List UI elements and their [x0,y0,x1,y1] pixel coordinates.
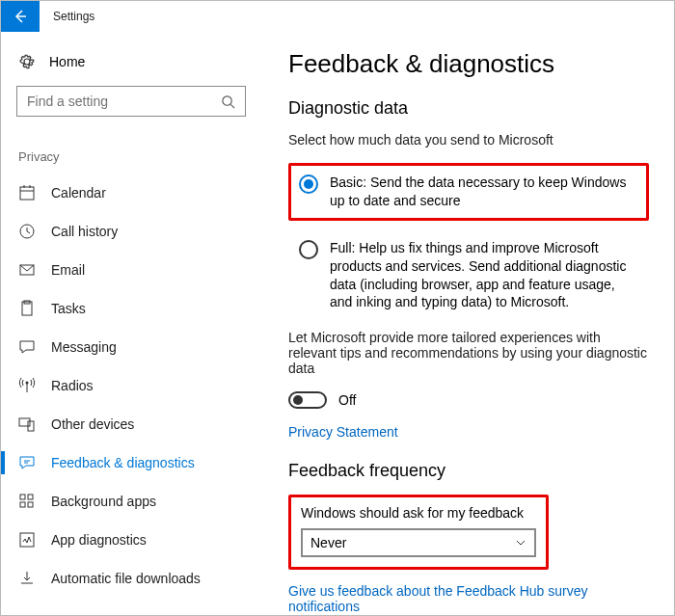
svg-rect-14 [28,495,33,499]
sidebar-item-automatic-file-downloads[interactable]: Automatic file downloads [1,559,261,598]
sidebar-item-background-apps[interactable]: Background apps [1,482,261,521]
sidebar-item-label: Other devices [51,416,134,432]
feedback-frequency-label: Windows should ask for my feedback [301,505,536,521]
search-icon [221,94,235,109]
feedback-frequency-highlight: Windows should ask for my feedback Never [288,495,549,570]
message-icon [18,338,36,356]
svg-rect-2 [20,187,34,200]
sidebar-item-label: Feedback & diagnostics [51,455,195,470]
sidebar-item-label: Call history [51,224,118,239]
page-title: Feedback & diagnostics [288,49,649,79]
clipboard-icon [18,300,36,317]
radio-basic[interactable]: Basic: Send the data necessary to keep W… [299,174,638,210]
home-nav[interactable]: Home [16,49,246,86]
sidebar-item-label: Radios [51,378,94,393]
mail-icon [18,261,36,279]
toggle-state-label: Off [338,392,356,408]
sidebar-item-label: Messaging [51,339,117,355]
radio-full-wrap: Full: Help us fix things and improve Mic… [288,228,649,323]
arrow-left-icon [13,9,28,24]
feedback-frequency-combo[interactable]: Never [301,528,536,557]
sidebar-item-label: Email [51,262,85,278]
search-placeholder: Find a setting [27,94,108,109]
svg-line-1 [230,104,234,108]
feedback-hub-link[interactable]: Give us feedback about the Feedback Hub … [288,583,649,614]
radio-basic-highlight: Basic: Send the data necessary to keep W… [288,163,649,221]
radio-full[interactable]: Full: Help us fix things and improve Mic… [299,239,638,312]
sidebar-item-calendar[interactable]: Calendar [1,174,261,212]
svg-rect-16 [28,502,33,507]
sidebar-item-label: Background apps [51,494,156,509]
sidebar-item-email[interactable]: Email [1,251,261,289]
svg-point-0 [223,95,231,104]
diagnostics-icon [18,531,36,549]
sidebar: Home Find a setting Privacy Calendar Cal… [1,32,261,615]
sidebar-item-label: App diagnostics [51,532,147,548]
combo-value: Never [310,535,346,550]
gear-icon [18,53,36,70]
diagnostic-intro: Select how much data you send to Microso… [288,132,649,147]
tailored-text: Let Microsoft provide more tailored expe… [288,330,649,376]
sidebar-item-tasks[interactable]: Tasks [1,289,261,328]
radio-button-selected-icon [299,174,318,194]
tailored-toggle[interactable] [288,391,327,409]
sidebar-item-app-diagnostics[interactable]: App diagnostics [1,521,261,559]
sidebar-item-radios[interactable]: Radios [1,366,261,405]
back-button[interactable] [1,1,40,32]
titlebar: Settings [1,1,674,32]
antenna-icon [18,377,36,394]
chevron-down-icon [515,537,526,549]
sidebar-nav: Calendar Call history Email Tasks Messag… [1,174,261,598]
grid-icon [18,493,36,510]
download-icon [18,570,36,587]
sidebar-item-label: Automatic file downloads [51,571,201,586]
sidebar-group-label: Privacy [18,149,246,164]
calendar-icon [18,184,36,201]
devices-icon [18,415,36,433]
radio-full-label: Full: Help us fix things and improve Mic… [330,239,638,312]
main-panel: Feedback & diagnostics Diagnostic data S… [261,32,674,615]
sidebar-item-call-history[interactable]: Call history [1,212,261,251]
window-title: Settings [53,10,94,23]
search-input[interactable]: Find a setting [16,86,246,117]
svg-rect-15 [20,502,25,507]
sidebar-item-feedback-diagnostics[interactable]: Feedback & diagnostics [1,443,261,482]
feedback-frequency-heading: Feedback frequency [288,461,649,481]
svg-rect-17 [20,533,34,547]
svg-rect-13 [20,495,25,499]
radio-button-unselected-icon [299,240,318,259]
radio-basic-label: Basic: Send the data necessary to keep W… [330,174,638,210]
privacy-statement-link[interactable]: Privacy Statement [288,424,649,440]
sidebar-item-other-devices[interactable]: Other devices [1,405,261,443]
sidebar-item-label: Calendar [51,185,106,201]
sidebar-item-messaging[interactable]: Messaging [1,328,261,366]
history-icon [18,223,36,240]
feedback-icon [18,454,36,471]
diagnostic-data-heading: Diagnostic data [288,98,649,119]
sidebar-item-label: Tasks [51,301,86,316]
home-label: Home [49,54,85,69]
